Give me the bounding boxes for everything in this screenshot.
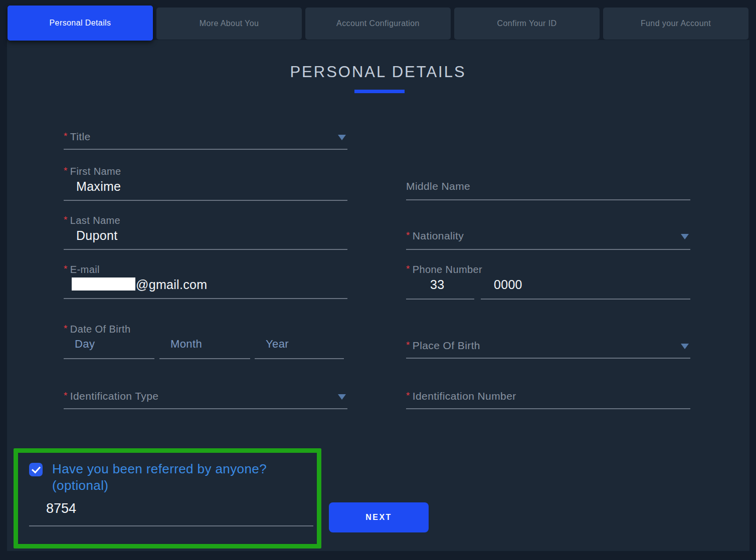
- input-underline: [159, 358, 250, 359]
- title-select[interactable]: *Title: [64, 131, 347, 151]
- registration-wizard: Personal Details More About You Account …: [0, 0, 756, 560]
- identification-type-label: *Identification Type: [64, 390, 158, 402]
- tab-more-about-you[interactable]: More About You: [156, 8, 302, 40]
- input-underline: [64, 249, 347, 250]
- required-asterisk: *: [406, 340, 410, 350]
- input-underline: [406, 249, 690, 250]
- date-of-birth-group: *Date Of Birth Day Month Year: [64, 324, 347, 360]
- input-underline: [481, 299, 690, 300]
- first-name-field[interactable]: *First Name Maxime: [64, 166, 347, 202]
- input-underline: [64, 200, 347, 201]
- phone-number-group: *Phone Number 33 0000: [406, 264, 690, 300]
- last-name-value: Dupont: [76, 228, 117, 243]
- required-asterisk: *: [64, 214, 68, 225]
- dob-day-input[interactable]: Day: [64, 324, 154, 360]
- phone-number-value[interactable]: 0000: [494, 277, 522, 292]
- middle-name-field[interactable]: Middle Name: [406, 180, 690, 200]
- required-asterisk: *: [64, 390, 68, 401]
- chevron-down-icon[interactable]: [338, 135, 346, 140]
- input-underline: [64, 408, 347, 409]
- dob-year-input[interactable]: Year: [255, 324, 344, 360]
- dob-day-placeholder: Day: [75, 338, 95, 351]
- nationality-select[interactable]: *Nationality: [406, 230, 690, 250]
- required-asterisk: *: [64, 263, 68, 274]
- phone-country-code-value[interactable]: 33: [430, 277, 444, 292]
- place-of-birth-select[interactable]: *Place Of Birth: [406, 340, 690, 360]
- input-underline: [64, 358, 154, 359]
- page-title: PERSONAL DETAILS: [0, 63, 756, 81]
- input-underline: [64, 149, 347, 150]
- first-name-label: *First Name: [64, 166, 121, 177]
- title-label: *Title: [64, 131, 91, 143]
- input-underline: [64, 298, 347, 299]
- input-underline: [255, 358, 344, 359]
- input-underline: [406, 358, 690, 359]
- referral-code-value[interactable]: 8754: [46, 501, 76, 516]
- nationality-label: *Nationality: [406, 230, 464, 242]
- dob-month-input[interactable]: Month: [159, 324, 250, 360]
- referral-question-label: Have you been referred by anyone? (optio…: [52, 461, 267, 494]
- dob-month-placeholder: Month: [170, 338, 202, 351]
- dob-year-placeholder: Year: [266, 338, 289, 351]
- identification-number-field[interactable]: *Identification Number: [406, 390, 690, 410]
- first-name-value: Maxime: [76, 179, 121, 194]
- wizard-step-tabs: Personal Details More About You Account …: [8, 6, 748, 41]
- email-label: *E-mail: [64, 264, 100, 275]
- chevron-down-icon[interactable]: [681, 234, 689, 239]
- last-name-label: *Last Name: [64, 215, 120, 226]
- title-underline-bar: [354, 90, 405, 93]
- required-asterisk: *: [406, 390, 410, 401]
- email-field[interactable]: *E-mail @gmail.com: [64, 264, 347, 300]
- tab-account-configuration[interactable]: Account Configuration: [305, 8, 451, 40]
- chevron-down-icon[interactable]: [681, 344, 689, 349]
- tab-fund-your-account[interactable]: Fund your Account: [603, 8, 748, 40]
- required-asterisk: *: [64, 165, 68, 176]
- input-underline: [406, 199, 690, 200]
- middle-name-label: Middle Name: [406, 180, 470, 192]
- identification-type-select[interactable]: *Identification Type: [64, 390, 347, 410]
- place-of-birth-label: *Place Of Birth: [406, 340, 480, 352]
- last-name-field[interactable]: *Last Name Dupont: [64, 215, 347, 251]
- chevron-down-icon[interactable]: [338, 394, 346, 400]
- next-button[interactable]: NEXT: [329, 502, 429, 532]
- input-underline: [406, 299, 474, 300]
- tab-personal-details[interactable]: Personal Details: [8, 6, 153, 41]
- redaction-box: [72, 277, 135, 291]
- tab-confirm-your-id[interactable]: Confirm Your ID: [454, 8, 600, 40]
- input-underline: [406, 408, 690, 409]
- email-value: @gmail.com: [72, 277, 207, 292]
- referral-input-underline: [29, 525, 313, 526]
- phone-number-label: *Phone Number: [406, 264, 482, 275]
- required-asterisk: *: [406, 230, 410, 240]
- identification-number-label: *Identification Number: [406, 390, 516, 402]
- required-asterisk: *: [406, 263, 410, 274]
- required-asterisk: *: [64, 131, 68, 141]
- referral-checkbox[interactable]: [29, 463, 43, 476]
